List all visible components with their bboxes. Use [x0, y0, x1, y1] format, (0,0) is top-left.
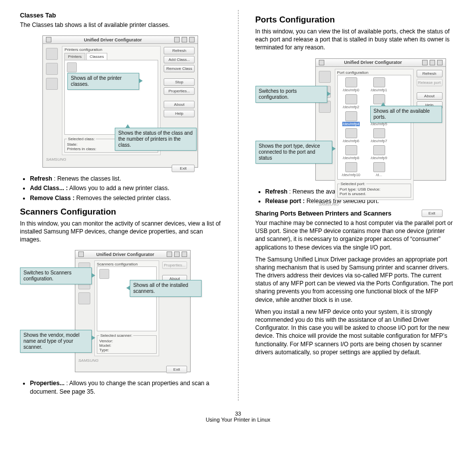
port-icon: [345, 111, 357, 121]
close-icon[interactable]: [189, 37, 195, 42]
maximize-icon[interactable]: [430, 60, 435, 65]
samsung-logo: SAMSUNG: [75, 358, 190, 365]
port-label: /dev/mfp9: [371, 156, 387, 160]
refresh-button[interactable]: Refresh: [417, 70, 443, 77]
minimize-icon[interactable]: [174, 37, 180, 42]
release-port-button[interactable]: Release port: [417, 79, 443, 86]
window-title: Unified Driver Configurator: [86, 252, 165, 257]
port-item[interactable]: /dev/mfp0: [340, 77, 363, 92]
nav-scanners-icon[interactable]: [46, 63, 58, 75]
minimize-icon[interactable]: [422, 60, 428, 65]
callout-port-type: Shows the port type, device connected to…: [255, 141, 332, 164]
callout-scanner-vendor: Shows the vendor, model name and type of…: [20, 330, 92, 353]
port-icon: [345, 77, 357, 87]
win-sys-icon: [46, 37, 51, 42]
chapter-name: Using Your Printer in Linux: [20, 417, 456, 423]
tab-classes[interactable]: Classes: [86, 53, 107, 60]
port-item[interactable]: /dev/mfp6: [340, 128, 363, 143]
scanners-heading: Scanners Configuration: [20, 207, 221, 217]
sharing-p2: The Samsung Unified Linux Driver package…: [255, 255, 457, 304]
exit-button[interactable]: Exit: [172, 165, 195, 172]
port-icon: [373, 145, 385, 155]
port-label: /dev/mfp7: [371, 139, 387, 143]
port-label: /dev/mfp6: [343, 139, 359, 143]
minimize-icon[interactable]: [167, 251, 172, 257]
samsung-logo: SAMSUNG: [316, 202, 446, 209]
exit-button[interactable]: Exit: [422, 210, 443, 217]
port-item[interactable]: /d...: [368, 162, 391, 177]
port-item[interactable]: /dev/mfp10: [340, 162, 363, 177]
samsung-logo: SAMSUNG: [43, 157, 198, 164]
nav-printers-icon[interactable]: [46, 48, 58, 60]
nav-ports-icon[interactable]: [78, 292, 90, 304]
port-icon: [373, 162, 385, 172]
left-column: Classes Tab The Classes tab shows a list…: [20, 10, 221, 401]
right-column: Ports Configuration In this window, you …: [255, 10, 457, 401]
port-item[interactable]: /dev/mfp8: [340, 145, 363, 160]
port-icon: [345, 94, 357, 104]
port-icon: [373, 128, 385, 138]
page-footer: 33 Using Your Printer in Linux: [20, 411, 456, 423]
stop-button[interactable]: Stop: [164, 78, 195, 86]
classes-intro: The Classes tab shows a list of availabl…: [20, 21, 221, 29]
port-list-area[interactable]: /dev/mfp0/dev/mfp1/dev/mfp2/dev/mfp3/dev…: [337, 75, 411, 180]
port-label: /dev/mfp2: [343, 105, 359, 109]
port-item[interactable]: /dev/mfp7: [368, 128, 391, 143]
scanners-intro: In this window, you can monitor the acti…: [20, 220, 221, 244]
classes-tab-heading: Classes Tab: [20, 12, 221, 19]
group-label: Scanners configuration: [95, 261, 159, 266]
port-item[interactable]: /dev/mfp2: [340, 94, 363, 109]
about-button[interactable]: About: [417, 92, 443, 100]
class-list-area[interactable]: [64, 60, 158, 135]
callout-printer-classes: Shows all of the printer classes.: [67, 73, 139, 90]
port-label: /dev/mfp8: [343, 156, 359, 160]
nav-printers-icon[interactable]: [319, 71, 331, 83]
bullet-refresh: Refresh : Renews the classes list.: [30, 175, 221, 183]
sharing-p1: Your machine may be connected to a host …: [255, 219, 457, 251]
bullet-properties: Properties... : Allows you to change the…: [30, 379, 221, 395]
class-icon: [67, 62, 77, 72]
classes-bullet-list: Refresh : Renews the classes list. Add C…: [20, 175, 221, 202]
port-item[interactable]: /dev/mfp1: [368, 77, 391, 92]
ports-heading: Ports Configuration: [255, 15, 457, 25]
add-class-button[interactable]: Add Class...: [164, 56, 195, 63]
remove-class-button[interactable]: Remove Class: [164, 65, 195, 72]
close-icon[interactable]: [437, 60, 443, 65]
win-sys-icon: [319, 60, 324, 65]
callout-switch-scanners: Switches to Scanners configuration.: [20, 267, 92, 284]
maximize-icon[interactable]: [174, 251, 180, 257]
tab-printers[interactable]: Printers: [64, 53, 85, 60]
scanner-list-area[interactable]: [97, 266, 157, 331]
port-label: /dev/mfp1: [371, 88, 387, 92]
port-item[interactable]: /dev/mfp9: [368, 145, 391, 160]
about-button[interactable]: About: [164, 101, 195, 108]
port-label: /dev/mfp0: [343, 88, 359, 92]
ports-intro: In this window, you can view the list of…: [255, 27, 457, 52]
window-title: Unified Driver Configurator: [53, 37, 172, 42]
properties-button[interactable]: Properties...: [162, 261, 187, 269]
callout-installed-scanners: Shows all of the installed scanners.: [130, 280, 202, 297]
port-icon: [345, 145, 357, 155]
nav-ports-icon[interactable]: [46, 78, 58, 90]
close-icon[interactable]: [182, 251, 187, 257]
bullet-add-class: Add Class... : Allows you to add a new p…: [30, 184, 221, 192]
help-button[interactable]: Help: [164, 110, 195, 117]
callout-available-ports: Shows all of the available ports.: [370, 106, 442, 123]
page-number: 33: [20, 411, 456, 417]
exit-button[interactable]: Exit: [166, 366, 187, 373]
properties-button[interactable]: Properties...: [164, 87, 195, 95]
port-item[interactable]: /dev/mfp4: [340, 111, 363, 126]
scanners-screenshot: Unified Driver Configurator Scanners con…: [75, 250, 191, 372]
refresh-button[interactable]: Refresh: [164, 47, 195, 54]
bullet-remove-class: Remove Class : Removes the selected prin…: [30, 194, 221, 202]
port-label: /dev/mfp4: [342, 122, 360, 126]
group-label: Printers configuration: [62, 46, 160, 52]
port-label: /d...: [376, 173, 382, 177]
win-sys-icon: [78, 251, 84, 257]
group-label: Port configuration: [335, 69, 413, 75]
port-icon: [345, 162, 357, 172]
callout-class-status: Shows the status of the class and the nu…: [115, 128, 197, 151]
port-label: /dev/mfp10: [342, 173, 360, 177]
selected-port-status: Selected port: Port type: USB Device: Po…: [337, 182, 411, 198]
maximize-icon[interactable]: [182, 37, 187, 42]
